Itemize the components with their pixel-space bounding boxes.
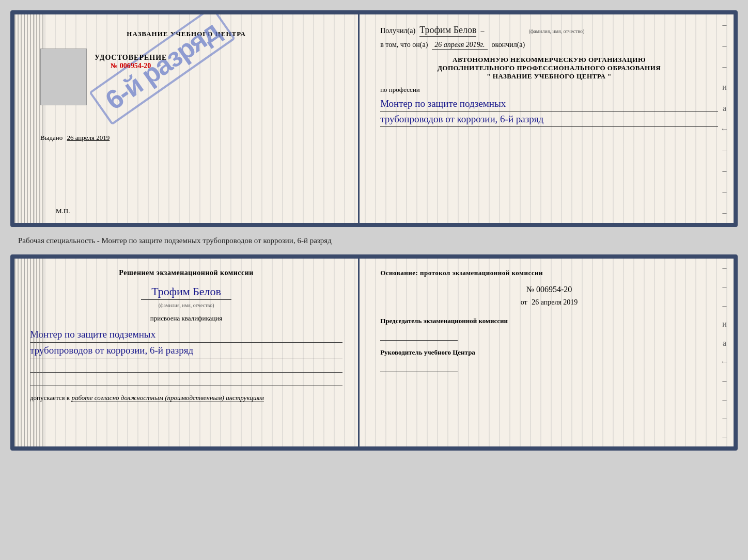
left-decorative-lines <box>14 14 45 223</box>
cert-number-top: № 006954-20 <box>95 62 167 70</box>
blank-line-1 <box>30 362 342 373</box>
fio-name-bottom: Трофим Белов <box>141 285 231 300</box>
prisvoena-label: присвоена квалификация <box>30 314 342 323</box>
kvalif-line2: трубопроводов от коррозии, 6-й разряд <box>30 343 342 359</box>
auto-org-line1: АВТОНОМНУЮ НЕКОММЕРЧЕСКУЮ ОРГАНИЗАЦИЮ <box>380 56 718 64</box>
protocol-number: № 006954-20 <box>380 285 718 294</box>
certificate-bottom: Решением экзаменационной комиссии Трофим… <box>10 254 738 451</box>
auto-org-line3: " НАЗВАНИЕ УЧЕБНОГО ЦЕНТРА " <box>380 72 718 81</box>
left-decorative-lines-bottom <box>14 259 45 446</box>
vydano-line: Выдано 26 апреля 2019 <box>40 134 110 142</box>
cert-top-right: Получил(а) Трофим Белов – (фамилия, имя,… <box>360 14 734 223</box>
profession-block-top: Монтер по защите подземных трубопроводов… <box>380 97 718 127</box>
blank-line-2 <box>30 376 342 386</box>
dopuskaetsya-block: допускается к работе согласно должностны… <box>30 394 342 402</box>
fio-sub-label-top: (фамилия, имя, отчество) <box>528 28 584 34</box>
certificate-top: НАЗВАНИЕ УЧЕБНОГО ЦЕНТРА УДОСТОВЕРЕНИЕ №… <box>10 10 738 227</box>
ot-label: от <box>521 298 527 306</box>
udostoverenie-title: УДОСТОВЕРЕНИЕ <box>95 54 167 62</box>
resheniem-title: Решением экзаменационной комиссии <box>30 269 342 277</box>
profession-line2-top: трубопроводов от коррозии, 6-й разряд <box>380 112 718 127</box>
cert-bottom-right: Основание: протокол экзаменационной коми… <box>360 259 734 446</box>
rukovoditel-label: Руководитель учебного Центра <box>380 348 718 357</box>
vydano-date: 26 апреля 2019 <box>67 134 110 141</box>
mp-label: М.П. <box>56 207 70 215</box>
ot-date-line: от 26 апреля 2019 <box>380 298 718 307</box>
photo-placeholder <box>40 49 87 105</box>
fio-block-bottom: Трофим Белов (фамилия, имя, отчество) <box>30 285 342 309</box>
profession-line1-top: Монтер по защите подземных <box>380 97 718 112</box>
rukovoditel-block: Руководитель учебного Центра <box>380 348 718 357</box>
separator-text: Рабочая специальность - Монтер по защите… <box>10 232 738 249</box>
poluchil-line: Получил(а) Трофим Белов – (фамилия, имя,… <box>380 25 718 37</box>
osnovanie-title: Основание: протокол экзаменационной коми… <box>380 269 718 277</box>
udostoverenie-block: УДОСТОВЕРЕНИЕ № 006954-20 <box>95 54 167 113</box>
dopuskaetsya-text: работе согласно должностным (производств… <box>71 394 263 402</box>
right-dashes-bottom: –––иа←–––– <box>715 259 734 446</box>
protocol-date: 26 апреля 2019 <box>532 298 578 306</box>
predsedatel-sig-line <box>380 328 458 341</box>
kvalif-line1: Монтер по защите подземных <box>30 327 342 343</box>
okonchil-label: окончил(а) <box>492 41 525 49</box>
v-tom-line: в том, что он(а) 26 апреля 2019г. окончи… <box>380 41 718 50</box>
predsedatel-label: Председатель экзаменационной комиссии <box>380 317 718 325</box>
completion-date-top: 26 апреля 2019г. <box>432 41 487 50</box>
fio-sub-label-bottom: (фамилия, имя, отчество) <box>159 302 214 308</box>
predsedatel-block: Председатель экзаменационной комиссии <box>380 317 718 325</box>
rukovoditel-sig-line <box>380 359 458 372</box>
recipient-name-top: Трофим Белов <box>419 25 476 37</box>
v-tom-label: в том, что он(а) <box>380 41 428 49</box>
auto-org-block: АВТОНОМНУЮ НЕКОММЕРЧЕСКУЮ ОРГАНИЗАЦИЮ ДО… <box>380 56 718 81</box>
cert-bottom-left: Решением экзаменационной комиссии Трофим… <box>14 259 360 446</box>
cert-top-left: НАЗВАНИЕ УЧЕБНОГО ЦЕНТРА УДОСТОВЕРЕНИЕ №… <box>14 14 360 223</box>
poluchil-label: Получил(а) <box>380 27 415 35</box>
auto-org-line2: ДОПОЛНИТЕЛЬНОГО ПРОФЕССИОНАЛЬНОГО ОБРАЗО… <box>380 64 718 72</box>
kvalif-block: Монтер по защите подземных трубопроводов… <box>30 327 342 359</box>
po-professii-label: по профессии <box>380 86 718 94</box>
right-dashes-top: –––иа←–––– <box>715 14 734 223</box>
vydano-label: Выдано <box>40 134 63 141</box>
org-name-top-left: НАЗВАНИЕ УЧЕБНОГО ЦЕНТРА <box>127 30 246 38</box>
page-wrapper: НАЗВАНИЕ УЧЕБНОГО ЦЕНТРА УДОСТОВЕРЕНИЕ №… <box>10 10 738 451</box>
dash-after-name: – <box>480 27 484 35</box>
